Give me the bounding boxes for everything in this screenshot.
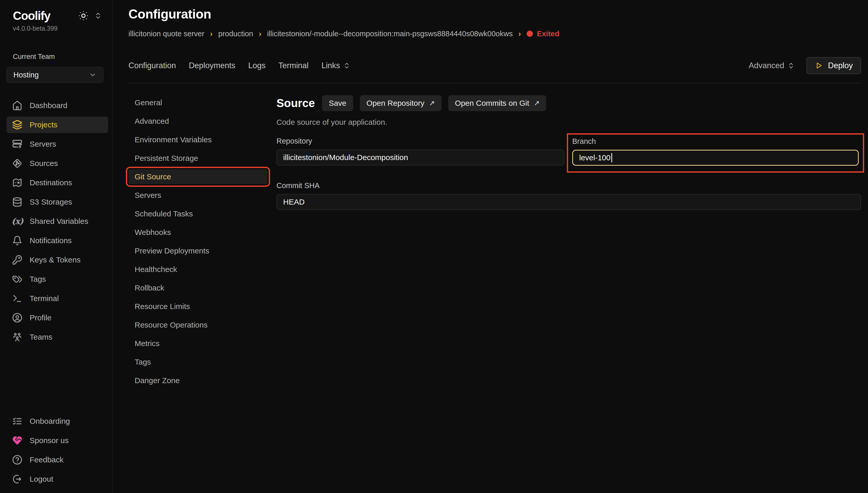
chevrons-up-down-icon	[787, 62, 795, 69]
subnav-item-webhooks[interactable]: Webhooks	[128, 225, 268, 240]
chevron-right-icon: ›	[518, 29, 521, 38]
breadcrumb-project[interactable]: illicitonion quote server	[128, 29, 205, 38]
sidebar-item-label: Sources	[29, 159, 58, 168]
deploy-button[interactable]: Deploy	[806, 57, 861, 74]
subnav-item-resource-limits[interactable]: Resource Limits	[128, 299, 268, 314]
team-select-value: Hosting	[14, 71, 39, 79]
team-select[interactable]: Hosting	[6, 67, 104, 83]
sidebar-item-tags[interactable]: Tags	[6, 271, 108, 287]
sidebar-nav: Dashboard Projects Servers Sources Desti…	[0, 97, 112, 345]
sidebar-item-servers[interactable]: Servers	[6, 136, 108, 152]
repository-input[interactable]: illicitestonion/Module-Decomposition	[276, 150, 564, 166]
text-cursor	[611, 153, 612, 163]
sidebar-item-shared-variables[interactable]: (x) Shared Variables	[6, 213, 108, 230]
branch-label: Branch	[572, 137, 859, 146]
bell-icon	[12, 235, 22, 246]
subnav-item-preview-deployments[interactable]: Preview Deployments	[128, 243, 268, 258]
tab-links[interactable]: Links	[321, 61, 350, 70]
subnav-item-servers[interactable]: Servers	[128, 188, 268, 203]
sidebar-footer-nav: Onboarding Sponsor us Feedback Logout	[0, 413, 112, 487]
open-commits-button[interactable]: Open Commits on Git ↗	[448, 95, 546, 111]
sidebar-item-label: Dashboard	[29, 101, 67, 110]
app-root: Coolify v4.0.0-beta.399 Current Team Hos…	[0, 0, 868, 493]
theme-toggle-sun-icon[interactable]	[78, 10, 88, 21]
chevrons-up-down-icon[interactable]	[94, 12, 102, 20]
subnav-item-persistent-storage[interactable]: Persistent Storage	[128, 151, 268, 166]
app-logo[interactable]: Coolify	[13, 9, 50, 23]
commit-sha-input[interactable]: HEAD	[276, 194, 861, 210]
sidebar-item-destinations[interactable]: Destinations	[6, 174, 108, 191]
tab-logs[interactable]: Logs	[248, 61, 266, 70]
repository-field: Repository illicitestonion/Module-Decomp…	[276, 137, 564, 173]
tabs-right: Advanced Deploy	[749, 57, 861, 74]
subnav-item-tags[interactable]: Tags	[128, 355, 268, 369]
sidebar-item-onboarding[interactable]: Onboarding	[6, 413, 108, 429]
sidebar-item-s3-storages[interactable]: S3 Storages	[6, 194, 108, 210]
sidebar-item-projects[interactable]: Projects	[6, 116, 108, 133]
sidebar-item-label: Projects	[29, 121, 57, 129]
subnav-item-healthcheck[interactable]: Healthcheck	[128, 262, 268, 277]
open-repository-button[interactable]: Open Repository ↗	[360, 95, 442, 111]
sidebar-item-teams[interactable]: Teams	[6, 329, 108, 345]
tab-links-label: Links	[321, 61, 340, 70]
commit-sha-value: HEAD	[283, 198, 304, 206]
sidebar-item-terminal[interactable]: Terminal	[6, 290, 108, 307]
source-heading: Source	[276, 97, 315, 110]
branch-input[interactable]: level-100	[572, 150, 859, 166]
sidebar-item-label: Destinations	[29, 178, 72, 187]
sidebar-item-label: S3 Storages	[29, 198, 72, 206]
git-diamond-icon	[12, 158, 22, 169]
sidebar-item-logout[interactable]: Logout	[6, 471, 108, 487]
user-circle-icon	[12, 313, 22, 323]
subnav-item-general[interactable]: General	[128, 95, 268, 110]
sidebar-item-label: Feedback	[29, 455, 64, 464]
commit-sha-field: Commit SHA HEAD	[276, 181, 861, 210]
source-form: Repository illicitestonion/Module-Decomp…	[276, 137, 861, 210]
tabs: Configuration Deployments Logs Terminal …	[128, 61, 350, 70]
subnav-item-resource-operations[interactable]: Resource Operations	[128, 318, 268, 333]
sidebar-item-label: Teams	[29, 333, 52, 341]
sidebar-item-label: Profile	[29, 314, 51, 322]
tabs-divider	[128, 83, 861, 83]
tab-configuration[interactable]: Configuration	[128, 61, 176, 70]
breadcrumb: illicitonion quote server › production ›…	[128, 29, 868, 38]
logout-icon	[12, 474, 22, 484]
subnav-item-advanced[interactable]: Advanced	[128, 114, 268, 129]
chevron-right-icon: ›	[259, 29, 261, 38]
open-repository-label: Open Repository	[366, 99, 424, 108]
save-button[interactable]: Save	[322, 95, 353, 111]
branch-field: Branch level-100	[572, 137, 859, 166]
sidebar-item-sponsor-us[interactable]: Sponsor us	[6, 432, 108, 449]
subnav-item-scheduled-tasks[interactable]: Scheduled Tasks	[128, 206, 268, 221]
advanced-dropdown[interactable]: Advanced	[749, 61, 795, 70]
subnav-item-rollback[interactable]: Rollback	[128, 280, 268, 295]
subnav-item-danger-zone[interactable]: Danger Zone	[128, 373, 268, 388]
subnav-item-metrics[interactable]: Metrics	[128, 336, 268, 351]
breadcrumb-environment[interactable]: production	[218, 29, 253, 38]
layers-icon	[12, 120, 22, 130]
sidebar-item-notifications[interactable]: Notifications	[6, 232, 108, 249]
tabs-row: Configuration Deployments Logs Terminal …	[128, 57, 868, 74]
play-icon	[815, 62, 823, 70]
sidebar-item-sources[interactable]: Sources	[6, 155, 108, 172]
tab-deployments[interactable]: Deployments	[189, 61, 235, 70]
variable-icon: (x)	[12, 216, 22, 227]
sidebar-item-keys-tokens[interactable]: Keys & Tokens	[6, 252, 108, 268]
subnav-item-environment-variables[interactable]: Environment Variables	[128, 132, 268, 147]
chevron-down-icon	[89, 71, 97, 79]
sidebar-item-label: Shared Variables	[29, 217, 88, 226]
sidebar-item-feedback[interactable]: Feedback	[6, 452, 108, 468]
help-circle-icon	[12, 455, 22, 465]
home-icon	[12, 100, 22, 111]
heart-handshake-icon	[12, 435, 22, 446]
breadcrumb-application[interactable]: illicitestonion/-module--decomposition:m…	[267, 29, 512, 38]
sidebar-item-dashboard[interactable]: Dashboard	[6, 97, 108, 114]
chevron-right-icon: ›	[210, 29, 213, 38]
tab-terminal[interactable]: Terminal	[278, 61, 309, 70]
current-team-label: Current Team	[0, 53, 112, 61]
sidebar-item-label: Logout	[29, 475, 53, 484]
external-link-icon: ↗	[534, 99, 540, 107]
subnav-item-git-source[interactable]: Git Source	[128, 169, 268, 184]
sidebar-item-label: Keys & Tokens	[29, 256, 81, 264]
sidebar-item-profile[interactable]: Profile	[6, 309, 108, 326]
